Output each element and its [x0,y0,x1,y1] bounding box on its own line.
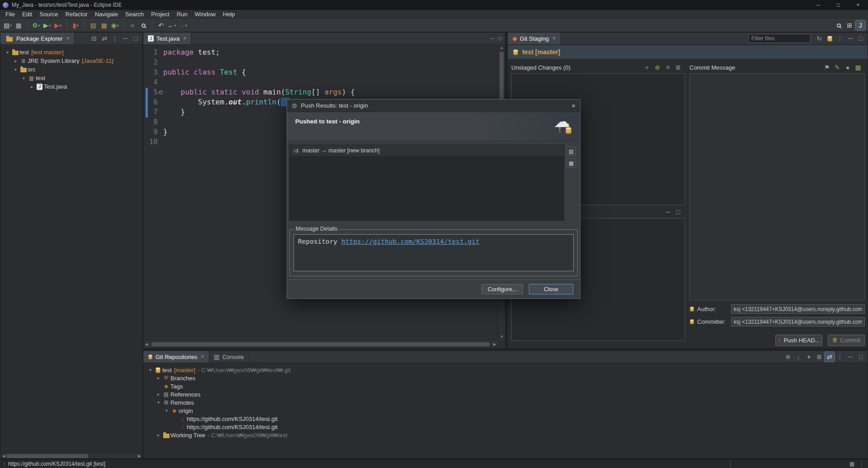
expander-icon[interactable]: ▾ [12,67,19,72]
create-repository-icon[interactable]: + [804,352,814,362]
tab-git-staging[interactable]: ◆ Git Staging × [508,33,561,44]
add-change-id-icon[interactable]: ▦ [853,62,863,72]
expander-icon[interactable]: ▸ [155,392,162,397]
package-explorer-item[interactable]: ▸≣JRE System Library[JavaSE-11] [0,57,142,65]
window-minimize-button[interactable]: ─ [808,0,828,10]
menu-file[interactable]: File [2,10,19,19]
copy-details-icon[interactable]: ▤ [566,147,576,156]
amend-commit-icon[interactable]: ⚑ [822,62,832,72]
scroll-left-icon[interactable]: ◀ [0,454,7,458]
scroll-left-icon[interactable]: ◀ [143,342,150,346]
presentation-tree-icon[interactable]: ≣ [673,62,683,72]
message-details-content[interactable]: Repository https://github.com/KSJ0314/te… [293,234,574,271]
presentation-flat-icon[interactable]: ≡ [663,62,673,72]
git-repository-item[interactable]: ▾test[master] - C:₩Users₩gws06₩git₩test₩… [143,366,868,374]
view-menu-icon[interactable]: ⋮ [835,352,845,362]
expander-icon[interactable]: ▸ [12,59,19,63]
scroll-thumb[interactable] [500,52,504,102]
dropdown-caret-icon[interactable]: ▾ [60,24,61,28]
menu-help[interactable]: Help [219,10,239,19]
tab-package-explorer[interactable]: Package Explorer × [0,33,75,44]
maximize-icon[interactable]: □ [131,33,141,43]
close-icon[interactable]: × [552,35,556,42]
push-result-list[interactable]: ⇉ master → master [new branch] [289,145,564,221]
search-icon[interactable] [138,20,148,30]
git-repository-item[interactable]: ▾◆origin [143,407,868,415]
debug-icon[interactable]: ⚙▾ [31,20,41,30]
expander-icon[interactable]: ▾ [155,400,162,405]
java-perspective-icon[interactable]: J [855,20,865,30]
expander-icon[interactable]: ▾ [163,408,170,413]
window-maximize-button[interactable]: □ [828,0,848,10]
author-input[interactable] [731,304,865,314]
close-icon[interactable]: × [183,35,186,42]
git-repository-item[interactable]: ▸ΨBranches [143,374,868,382]
expander-icon[interactable]: ▸ [28,85,35,89]
sign-commit-icon[interactable]: ● [843,62,853,72]
switch-repository-icon[interactable] [825,33,835,43]
tab-test-java[interactable]: J Test.java × [143,33,191,44]
link-with-selection-icon[interactable]: ⇄ [825,352,835,362]
menu-search[interactable]: Search [122,10,147,19]
minimize-icon[interactable]: ─ [845,352,855,362]
back-icon[interactable]: ←▾ [167,20,177,30]
git-repository-item[interactable]: ↑https://github.com/KSJ0314/test.git [143,423,868,431]
dropdown-caret-icon[interactable]: ▾ [76,24,78,28]
git-repository-item[interactable]: ▸Working Tree - C:₩Users₩gws06₩git₩test [143,431,868,439]
new-class-icon[interactable]: ◉▾ [110,20,120,30]
refresh-icon[interactable]: ↻ [814,33,824,43]
package-explorer-item[interactable]: ▾▩test [0,74,142,82]
expander-icon[interactable]: ▾ [20,76,27,80]
dropdown-caret-icon[interactable]: ▾ [117,24,119,28]
view-menu-icon[interactable]: ⋮ [110,33,120,43]
statusbar-grid-icon[interactable]: ▦ [849,461,854,467]
tab-console[interactable]: ▥ Console [209,351,249,363]
repository-url-link[interactable]: https://github.com/KSJ0314/test.git [341,238,480,245]
collapse-all-icon[interactable]: ⊟ [89,33,99,43]
open-in-commit-viewer-icon[interactable]: ▦ [566,158,576,168]
last-edit-location-icon[interactable]: ↶ [156,20,166,30]
maximize-icon[interactable]: □ [856,33,866,43]
statusbar-menu-icon[interactable]: ⋮ [859,461,864,467]
editor-hscrollbar[interactable]: ◀ ▶ [143,340,498,348]
restore-section-icon[interactable]: □ [673,207,683,217]
new-java-project-icon[interactable]: ▨ [88,20,98,30]
clone-repository-icon[interactable]: ↓ [793,352,803,362]
minimize-icon[interactable]: ─ [845,33,855,43]
package-explorer-item[interactable]: ▾src [0,65,142,74]
maximize-icon[interactable]: □ [856,352,866,362]
save-icon[interactable]: ▦ [14,20,24,30]
dropdown-caret-icon[interactable]: ▾ [174,24,176,28]
package-explorer-hscrollbar[interactable]: ◀ ▶ [0,453,142,459]
repository-header[interactable]: test [master] [508,45,868,59]
branch-hierarchy-icon[interactable]: ≣ [814,352,824,362]
signed-off-by-icon[interactable]: ✎ [832,62,842,72]
menu-navigate[interactable]: Navigate [91,10,122,19]
dropdown-caret-icon[interactable]: ▾ [185,24,187,28]
scroll-thumb[interactable] [7,454,88,458]
scroll-right-icon[interactable]: ▶ [136,454,142,458]
dropdown-caret-icon[interactable]: ▾ [10,24,12,28]
add-repository-icon[interactable]: ⊕ [783,352,793,362]
new-wizard-icon[interactable]: ▤▾ [3,20,13,30]
scroll-up-icon[interactable]: ▲ [498,46,505,50]
git-repository-item[interactable]: ▸▤References [143,390,868,398]
push-head-button[interactable]: ↑ Push HEAD... [775,335,822,346]
tab-git-repositories[interactable]: Git Repositories × [143,351,209,363]
new-package-icon[interactable]: ▩ [99,20,109,30]
search-icon[interactable] [834,20,844,30]
filter-files-input[interactable] [748,34,811,43]
expander-icon[interactable]: ▸ [155,376,162,380]
expander-icon[interactable]: ▸ [155,433,162,437]
view-menu-icon[interactable]: ⋮ [835,33,845,43]
push-result-row[interactable]: ⇉ master → master [new branch] [290,145,564,156]
menu-run[interactable]: Run [173,10,191,19]
committer-input[interactable] [731,317,865,326]
minimize-icon[interactable]: ─ [120,33,130,43]
menu-window[interactable]: Window [191,10,219,19]
window-close-button[interactable]: × [848,0,868,10]
git-repository-item[interactable]: ◈Tags [143,382,868,390]
commit-message-input[interactable] [689,73,865,300]
configure-button[interactable]: Configure... [481,284,523,294]
link-with-editor-icon[interactable]: ⇄ [99,33,109,43]
